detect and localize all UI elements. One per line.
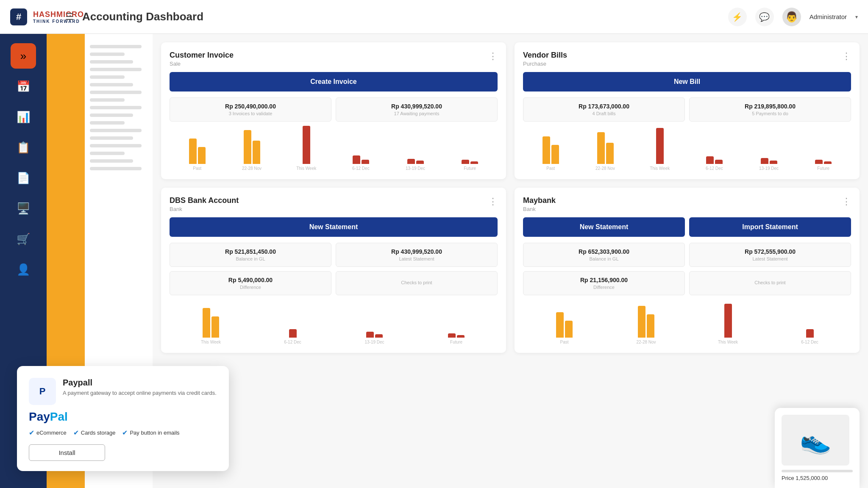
- maybank-chart: Past22-28 NovThis Week6-12 Dec: [523, 302, 851, 344]
- main-content: Customer Invoice Sale ⋮ Create Invoice R…: [153, 34, 868, 488]
- sidebar-item-document[interactable]: 📄: [11, 165, 36, 191]
- stat-label: Latest Statement: [696, 256, 845, 261]
- dbs-bank-chart: This Week6-12 Dec13-19 DecFuture: [170, 302, 498, 344]
- bar-label: Future: [450, 340, 462, 344]
- bar: [375, 334, 383, 338]
- bar-label: 22-28 Nov: [636, 340, 656, 344]
- customer-invoice-menu-button[interactable]: ⋮: [488, 51, 498, 62]
- dbs-new-statement-button[interactable]: New Statement: [170, 217, 498, 237]
- bar: [597, 132, 605, 164]
- vendor-bills-menu-button[interactable]: ⋮: [842, 51, 851, 62]
- bar-label: 22-28 Nov: [242, 166, 262, 171]
- sidebar-item-calendar[interactable]: 📅: [11, 74, 36, 99]
- maybank-card: Maybank Bank ⋮ New Statement Import Stat…: [515, 188, 860, 353]
- customer-invoice-chart: Past22-28 NovThis Week6-12 Dec13-19 DecF…: [170, 128, 498, 171]
- bar: [551, 145, 559, 164]
- bar-label: This Week: [718, 340, 738, 344]
- bar-group: This Week: [280, 126, 332, 171]
- lightning-icon-button[interactable]: ⚡: [728, 8, 747, 26]
- menu-placeholder: [90, 136, 133, 140]
- bar: [656, 128, 664, 164]
- feature-label: Cards storage: [81, 430, 116, 436]
- stat-label: Difference: [176, 285, 325, 290]
- maybank-subtitle: Bank: [523, 206, 556, 212]
- paypal-wordmark: PayPal: [29, 410, 68, 424]
- sidebar-item-cart[interactable]: 🛒: [11, 226, 36, 252]
- navbar-icons: ⚡ 💬 👨 Administrator ▾: [728, 8, 858, 26]
- install-button[interactable]: Install: [29, 444, 105, 461]
- bar-group: 6-12 Dec: [335, 155, 387, 171]
- create-invoice-button[interactable]: Create Invoice: [170, 72, 498, 92]
- dbs-bank-stats: Rp 521,851,450.00 Balance in GL Rp 430,9…: [170, 243, 498, 295]
- menu-placeholder: [90, 53, 125, 56]
- bar-group: Future: [444, 160, 496, 171]
- new-bill-button[interactable]: New Bill: [523, 72, 851, 92]
- stat-amount: Rp 250,490,000.00: [176, 103, 325, 110]
- paypal-header: P Paypall A payment gateway to accept on…: [29, 378, 217, 405]
- dbs-bank-buttons: New Statement: [170, 217, 498, 237]
- page-title: Accounting Dashboard: [82, 10, 728, 23]
- stat-amount: Rp 219,895,800.00: [696, 103, 845, 110]
- dashboard-grid: Customer Invoice Sale ⋮ Create Invoice R…: [161, 42, 860, 353]
- paypal-feature-cards: ✔ Cards storage: [73, 429, 116, 437]
- feature-label: Pay button in emails: [130, 430, 179, 436]
- navbar: # HASHMICRO THINK FORWARD ☰ Accounting D…: [0, 0, 868, 34]
- shoe-popup: 👟 Price 1,525,000.00: [775, 408, 860, 488]
- bar-group: This Week: [634, 128, 686, 171]
- calendar-icon: 📅: [17, 80, 30, 93]
- bar: [715, 160, 723, 164]
- menu-placeholder: [90, 68, 142, 71]
- bar: [462, 160, 469, 164]
- vendor-bills-stat2: Rp 219,895,800.00 5 Payments to do: [689, 97, 851, 122]
- list-icon: 📋: [17, 141, 30, 154]
- customer-invoice-stat1: Rp 250,490,000.00 3 Invoices to validate: [170, 97, 331, 122]
- bar: [565, 321, 573, 338]
- sidebar-item-monitor[interactable]: 🖥️: [11, 196, 36, 221]
- bar-group: 13-19 Dec: [335, 332, 414, 344]
- stat-amount: Rp 430,999,520.00: [342, 103, 491, 110]
- maybank-import-statement-button[interactable]: Import Statement: [689, 217, 851, 237]
- sidebar-item-user[interactable]: 👤: [11, 257, 36, 282]
- paypal-logo-p: P: [39, 386, 46, 397]
- sidebar-item-chart[interactable]: 📊: [11, 104, 36, 130]
- maybank-menu-button[interactable]: ⋮: [842, 196, 851, 207]
- bar-group: Past: [171, 139, 223, 171]
- bar: [407, 159, 415, 164]
- bar: [211, 316, 219, 338]
- bar: [542, 136, 550, 164]
- vendor-bills-subtitle: Purchase: [523, 61, 567, 67]
- dbs-bank-card: DBS Bank Account Bank ⋮ New Statement Rp…: [161, 188, 506, 353]
- shoe-bar: [782, 470, 853, 472]
- sidebar-item-collapse[interactable]: »: [11, 43, 36, 69]
- customer-invoice-stats: Rp 250,490,000.00 3 Invoices to validate…: [170, 97, 498, 122]
- stat-amount: Rp 521,851,450.00: [176, 248, 325, 255]
- bar-label: This Week: [201, 340, 221, 344]
- cart-icon: 🛒: [17, 233, 30, 246]
- stat-amount: Rp 430,999,520.00: [342, 248, 491, 255]
- paypal-title: Paypall: [63, 378, 217, 388]
- stat-amount: Rp 572,555,900.00: [696, 248, 845, 255]
- chat-icon-button[interactable]: 💬: [755, 8, 774, 26]
- bar: [606, 143, 614, 164]
- sidebar-item-list[interactable]: 📋: [11, 135, 36, 160]
- menu-placeholder: [90, 144, 142, 147]
- stat-amount: Rp 173,673,000.00: [529, 103, 679, 110]
- bar-group: 22-28 Nov: [579, 132, 632, 171]
- menu-placeholder: [90, 167, 142, 170]
- vendor-bills-card: Vendor Bills Purchase ⋮ New Bill Rp 173,…: [515, 42, 860, 179]
- hamburger-icon[interactable]: ☰: [65, 11, 74, 22]
- logo-hash-icon: #: [10, 8, 27, 25]
- bar-label: 6-12 Dec: [284, 340, 301, 344]
- dbs-bank-menu-button[interactable]: ⋮: [488, 196, 498, 207]
- chevron-down-icon[interactable]: ▾: [855, 14, 858, 20]
- stat-amount: Rp 652,303,900.00: [529, 248, 679, 255]
- dbs-bank-header: DBS Bank Account Bank ⋮: [170, 196, 498, 212]
- bar-label: 22-28 Nov: [595, 166, 615, 171]
- shoe-price: Price 1,525,000.00: [782, 475, 853, 481]
- stat-label: 3 Invoices to validate: [176, 111, 325, 116]
- bar: [198, 147, 206, 164]
- menu-placeholder: [90, 159, 133, 163]
- bar: [815, 160, 823, 164]
- bar: [353, 155, 360, 164]
- maybank-new-statement-button[interactable]: New Statement: [523, 217, 685, 237]
